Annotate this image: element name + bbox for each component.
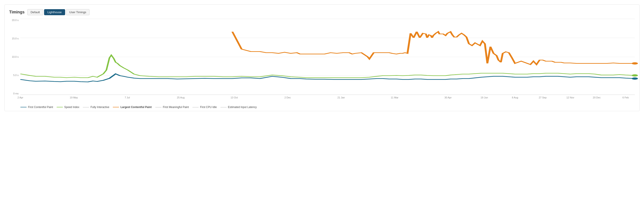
x-label-jan21: 21 Jan — [338, 96, 345, 99]
legend-fmp: First Meaningful Paint — [155, 106, 189, 109]
x-label-jun19: 19 Jun — [481, 96, 488, 99]
x-axis: 2 Apr 19 May 7 Jul 25 Aug 13 Oct 2 Dec 2… — [20, 95, 635, 104]
legend-lcp-line — [113, 107, 119, 107]
legend-lcp-label: Largest Contentful Paint — [120, 106, 152, 109]
x-label-sep27: 27 Sep — [539, 96, 547, 99]
tab-lighthouse[interactable]: Lighthouse — [44, 9, 65, 15]
x-label-nov12: 12 Nov — [566, 96, 574, 99]
lcp-endpoint — [632, 62, 638, 64]
legend: First Contentful Paint Speed Index Fully… — [9, 106, 635, 109]
y-label-5: 5.0 s — [9, 74, 20, 76]
legend-fcp-line — [20, 107, 27, 107]
legend-fci-label: First CPU Idle — [200, 106, 217, 109]
legend-lcp: Largest Contentful Paint — [113, 106, 152, 109]
y-label-0: 0 ms — [9, 92, 20, 95]
x-label-apr30: 30 Apr — [444, 96, 452, 99]
y-label-10: 10.0 s — [9, 56, 20, 58]
legend-si: Speed Index — [56, 106, 79, 109]
x-label-jul7: 7 Jul — [125, 96, 130, 99]
chart-svg — [20, 19, 635, 94]
legend-fcp-label: First Contentful Paint — [28, 106, 53, 109]
x-label-may19: 19 May — [70, 96, 78, 99]
si-endpoint — [632, 74, 638, 76]
x-label-oct13: 13 Oct — [230, 96, 238, 99]
x-label-dec2: 2 Dec — [284, 96, 291, 99]
x-label-apr2: 2 Apr — [18, 96, 23, 99]
x-label-aug25: 25 Aug — [177, 96, 184, 99]
chart-title: Timings — [9, 10, 24, 14]
header-row: Timings Default Lighthouse User Timings — [9, 9, 635, 15]
x-label-dec20: 20 Dec — [593, 96, 600, 99]
x-label-mar11: 11 Mar — [391, 96, 398, 99]
x-label-aug8: 8 Aug — [512, 96, 518, 99]
y-label-15: 15.0 s — [9, 37, 20, 40]
tab-user-timings[interactable]: User Timings — [66, 9, 90, 15]
legend-si-label: Speed Index — [64, 106, 79, 109]
legend-eil: Estimated Input Latency — [220, 106, 257, 109]
legend-fcp: First Contentful Paint — [20, 106, 53, 109]
y-label-20: 20.0 s — [9, 19, 20, 22]
legend-fci: First CPU Idle — [192, 106, 217, 109]
speed-index-line — [20, 55, 635, 78]
tab-group: Default Lighthouse User Timings — [27, 9, 90, 15]
legend-fmp-label: First Meaningful Paint — [163, 106, 189, 109]
chart-area: 20.0 s 15.0 s 10.0 s 5.0 s 0 ms — [9, 19, 635, 104]
legend-si-line — [56, 107, 63, 107]
chart-inner — [20, 19, 635, 95]
chart-container: Timings Default Lighthouse User Timings … — [4, 4, 640, 111]
legend-fi: Fully Interactive — [83, 106, 109, 109]
y-axis: 20.0 s 15.0 s 10.0 s 5.0 s 0 ms — [9, 19, 20, 95]
x-label-feb6: 6 Feb — [622, 96, 629, 99]
legend-eil-label: Estimated Input Latency — [228, 106, 257, 109]
legend-fi-label: Fully Interactive — [90, 106, 109, 109]
fcp-endpoint — [632, 78, 638, 80]
lcp-line — [232, 32, 635, 65]
tab-default[interactable]: Default — [27, 9, 43, 15]
